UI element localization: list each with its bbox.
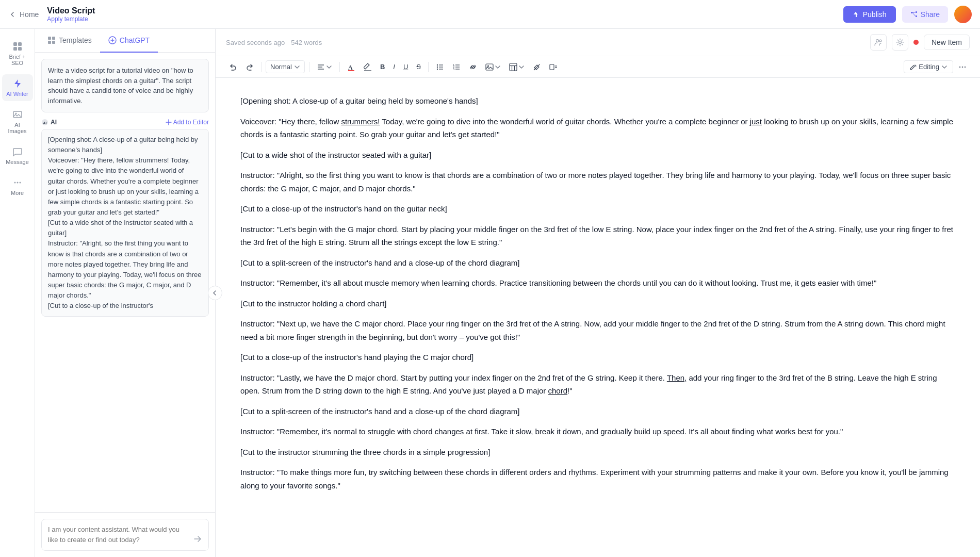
formatting-toolbar: Normal A (216, 56, 980, 78)
link-chord[interactable]: chord (548, 386, 568, 395)
publish-button[interactable]: Publish (843, 6, 896, 23)
chat-message: AI AI Add to Editor [Opening shot: A (41, 119, 209, 317)
highlight-button[interactable] (361, 61, 375, 73)
link-then[interactable]: Then, (667, 373, 687, 382)
style-select[interactable]: Normal (266, 60, 305, 73)
content-p-9: [Cut to the instructor holding a chord c… (240, 297, 955, 310)
svg-rect-27 (348, 70, 354, 71)
link-button[interactable] (466, 61, 480, 73)
new-item-button[interactable]: New Item (924, 35, 970, 50)
bullet-list-icon (436, 63, 444, 71)
numbered-list-icon: 1. 2. 3. (452, 63, 461, 71)
word-count: 542 words (291, 39, 322, 46)
message-icon (12, 146, 23, 157)
align-icon (317, 63, 325, 71)
tab-templates[interactable]: Templates (39, 29, 100, 53)
sidebar-item-ai-writer[interactable]: AI Writer (2, 74, 33, 101)
editing-select[interactable]: Editing (904, 60, 953, 73)
more-options-button[interactable] (955, 61, 970, 73)
bullet-list-button[interactable] (433, 61, 447, 73)
add-to-editor-button[interactable]: Add to Editor (166, 119, 209, 126)
tab-chatgpt[interactable]: ChatGPT (100, 29, 158, 53)
bold-button[interactable]: B (377, 61, 388, 73)
image-icon (12, 109, 23, 120)
content-p-6: Instructor: "Let's begin with the G majo… (240, 223, 955, 249)
svg-rect-6 (18, 42, 22, 46)
chevron-left-icon (8, 10, 17, 19)
content-p-12: Instructor: "Lastly, we have the D major… (240, 371, 955, 398)
content-p-13: [Cut to a split-screen of the instructor… (240, 405, 955, 418)
svg-rect-8 (18, 47, 22, 51)
numbered-list-button[interactable]: 1. 2. 3. (449, 61, 464, 73)
link-just[interactable]: just (750, 117, 762, 126)
clear-format-button[interactable] (530, 61, 544, 73)
content-p-7: [Cut to a split-screen of the instructor… (240, 256, 955, 270)
sidebar-item-message[interactable]: Message (2, 142, 33, 169)
undo-button[interactable] (226, 61, 240, 73)
sidebar-item-more[interactable]: More (2, 173, 33, 200)
divider-4 (428, 62, 429, 72)
chat-response: [Opening shot: A close-up of a guitar be… (41, 129, 209, 317)
collapse-panel-button[interactable] (208, 286, 222, 300)
strikethrough-button[interactable]: S (413, 61, 424, 73)
send-button[interactable] (193, 534, 202, 545)
svg-rect-1 (916, 11, 917, 13)
italic-button[interactable]: I (390, 61, 398, 73)
svg-rect-2 (916, 15, 917, 17)
svg-rect-0 (911, 12, 912, 13)
sidebar-icons: Brief + SEO AI Writer AI Images Message (0, 29, 35, 557)
status-dot (913, 40, 919, 45)
content-p-3: [Cut to a wide shot of the instructor se… (240, 149, 955, 162)
highlight-icon (364, 63, 372, 71)
content-p-4: Instructor: "Alright, so the first thing… (240, 169, 955, 195)
settings-icon-button[interactable] (892, 34, 908, 51)
svg-point-52 (962, 66, 963, 68)
more-format-button[interactable] (546, 61, 561, 73)
svg-point-53 (965, 66, 966, 68)
chat-input-box (41, 519, 209, 551)
back-button[interactable]: Home (8, 10, 39, 19)
redo-button[interactable] (242, 61, 257, 73)
chat-input[interactable] (48, 525, 189, 545)
link-strummers[interactable]: strummers! (341, 117, 380, 126)
svg-text:A: A (348, 64, 353, 71)
send-icon (193, 534, 202, 544)
templates-icon (47, 36, 56, 44)
chat-input-area (35, 512, 215, 557)
svg-rect-7 (13, 47, 17, 51)
editor-meta-right: New Item (870, 34, 970, 51)
ai-icon: AI (41, 119, 48, 126)
settings-icon (896, 38, 904, 46)
content-p-5: [Cut to a close-up of the instructor's h… (240, 202, 955, 216)
editor-content: [Opening shot: A close-up of a guitar be… (216, 78, 980, 557)
top-nav: Home Video Script Apply template Publish… (0, 0, 980, 29)
editor-meta-bar: Saved seconds ago 542 words (216, 29, 980, 56)
users-icon (874, 38, 883, 46)
share-icon (910, 11, 918, 18)
divider-1 (261, 62, 262, 72)
undo-icon (229, 63, 237, 71)
apply-template-link[interactable]: Apply template (47, 15, 95, 23)
align-chevron-icon (326, 64, 332, 70)
editor-meta-left: Saved seconds ago 542 words (226, 39, 322, 46)
pencil-icon (909, 63, 917, 71)
users-icon-button[interactable] (870, 34, 887, 51)
svg-text:AI: AI (43, 121, 47, 125)
avatar[interactable] (954, 6, 972, 23)
editor-area: Saved seconds ago 542 words (216, 29, 980, 557)
content-p-16: Instructor: "To make things more fun, tr… (240, 466, 955, 492)
underline-button[interactable]: U (400, 61, 411, 73)
doc-title: Video Script (47, 6, 95, 15)
svg-rect-41 (486, 64, 493, 70)
editing-chevron-icon (941, 64, 948, 70)
saved-status: Saved seconds ago (226, 39, 285, 46)
font-color-button[interactable]: A (344, 61, 358, 73)
sidebar-item-ai-images[interactable]: AI Images (2, 105, 33, 138)
table-button[interactable] (506, 61, 528, 73)
share-button[interactable]: Share (902, 6, 948, 23)
sidebar-item-brief-seo[interactable]: Brief + SEO (2, 37, 33, 70)
align-button[interactable] (314, 61, 335, 73)
image-insert-button[interactable] (482, 61, 504, 73)
image-chevron-icon (495, 64, 501, 70)
content-p-10: Instructor: "Next up, we have the C majo… (240, 317, 955, 343)
